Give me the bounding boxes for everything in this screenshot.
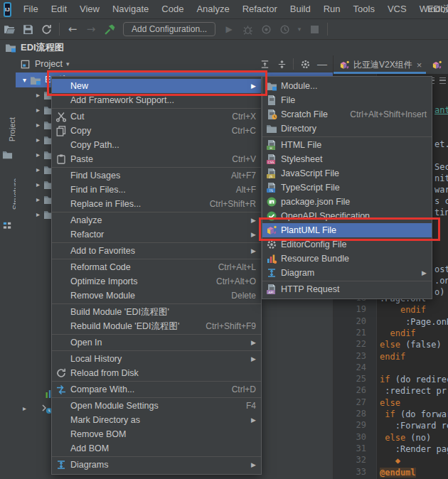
project-stripe-folder-icon[interactable] bbox=[2, 149, 14, 161]
save-all-icon[interactable] bbox=[21, 22, 35, 36]
submenu-item-plantuml-file[interactable]: PlantUML File bbox=[262, 223, 432, 237]
code-line: if (do forwar bbox=[380, 409, 448, 420]
menubar-item-vcs[interactable]: VCS bbox=[381, 0, 413, 18]
submenu-item-package-json-file[interactable]: package.json File bbox=[262, 195, 432, 209]
submenu-item-scratch-file[interactable]: Scratch FileCtrl+Alt+Shift+Insert bbox=[262, 107, 432, 122]
line-number: 26 bbox=[356, 385, 366, 395]
chevron-collapsed-icon[interactable]: ▸ bbox=[33, 121, 43, 129]
chevron-collapsed-icon[interactable]: ▸ bbox=[33, 195, 43, 203]
editor-tab-partial[interactable] bbox=[429, 56, 445, 74]
submenu-item-javascript-file[interactable]: JSJavaScript File bbox=[262, 166, 432, 181]
menubar-item-refactor[interactable]: Refactor bbox=[236, 0, 284, 18]
line-number: 33 bbox=[356, 467, 366, 477]
submenu-item-stylesheet[interactable]: CSSStylesheet bbox=[262, 152, 432, 166]
build-hammer-icon[interactable] bbox=[102, 22, 117, 36]
menu-item-remove-module[interactable]: Remove ModuleDelete bbox=[52, 289, 261, 303]
menu-item-optimize-imports[interactable]: Optimize ImportsCtrl+Alt+O bbox=[52, 274, 261, 289]
tool-button-project[interactable]: Project bbox=[0, 111, 16, 148]
submenu-item-file[interactable]: File bbox=[262, 93, 432, 107]
menubar-item-edit[interactable]: Edit bbox=[45, 0, 73, 18]
menu-item-add-framework-support[interactable]: Add Framework Support... bbox=[52, 93, 261, 107]
gear-icon[interactable] bbox=[299, 58, 311, 70]
html-file-icon: H bbox=[266, 139, 281, 151]
menu-item-reload-from-disk[interactable]: Reload from Disk bbox=[52, 366, 261, 380]
menu-item-build-module-edi[interactable]: Build Module 'EDI流程图' bbox=[52, 305, 261, 319]
editor-hide-icon[interactable] bbox=[439, 77, 446, 84]
open-file-icon[interactable] bbox=[2, 22, 16, 36]
menu-item-open-in[interactable]: Open In▶ bbox=[52, 335, 261, 350]
menubar-item-file[interactable]: File bbox=[17, 0, 45, 18]
tool-button-structure[interactable]: Structure bbox=[0, 171, 16, 217]
menu-item-icon-empty bbox=[55, 262, 70, 273]
code-fragment: o) bbox=[434, 287, 444, 297]
menu-item-remove-bom[interactable]: Remove BOM bbox=[52, 427, 261, 441]
menu-item-analyze[interactable]: Analyze▶ bbox=[52, 213, 261, 227]
submenu-item-editorconfig-file[interactable]: EditorConfig File bbox=[262, 237, 432, 252]
chevron-collapsed-icon[interactable]: ▸ bbox=[19, 404, 30, 412]
submenu-item-openapi-specification[interactable]: OpenAPI Specification bbox=[262, 209, 432, 223]
submenu-item-html-file[interactable]: HHTML File bbox=[262, 138, 432, 152]
menubar-item-analyze[interactable]: Analyze bbox=[190, 0, 235, 18]
menu-item-mark-directory-as[interactable]: Mark Directory as▶ bbox=[52, 413, 261, 427]
chevron-collapsed-icon[interactable]: ▸ bbox=[33, 166, 43, 173]
menubar-item-code[interactable]: Code bbox=[155, 0, 190, 18]
submenu-item-typescript-file[interactable]: TSTypeScript File bbox=[262, 181, 432, 195]
back-arrow-icon[interactable]: ← bbox=[65, 22, 80, 36]
menu-item-icon-empty bbox=[55, 229, 70, 240]
run-configuration-select[interactable]: Add Configuration... bbox=[123, 22, 215, 36]
chevron-collapsed-icon[interactable]: ▸ bbox=[33, 210, 43, 218]
menubar-item-navigate[interactable]: Navigate bbox=[106, 0, 155, 18]
svg-text:API: API bbox=[268, 291, 273, 294]
collapse-all-icon[interactable] bbox=[275, 58, 288, 70]
menu-item-local-history[interactable]: Local History▶ bbox=[52, 352, 261, 366]
submenu-item-resource-bundle[interactable]: Resource Bundle bbox=[262, 252, 432, 266]
menubar-item-build[interactable]: Build bbox=[284, 0, 317, 18]
menu-separator bbox=[262, 136, 432, 137]
menu-item-label: Optimize Imports bbox=[70, 276, 137, 286]
menu-separator bbox=[52, 242, 261, 243]
submenu-item-http-request[interactable]: APIHTTP Request bbox=[262, 282, 432, 296]
menu-item-copy[interactable]: CopyCtrl+C bbox=[52, 124, 261, 138]
menu-item-cut[interactable]: CutCtrl+X bbox=[52, 109, 261, 124]
menubar-item-tools[interactable]: Tools bbox=[347, 0, 381, 18]
menu-item-rebuild-module-edi[interactable]: Rebuild Module 'EDI流程图'Ctrl+Shift+F9 bbox=[52, 319, 261, 333]
chevron-collapsed-icon[interactable]: ▸ bbox=[33, 151, 43, 158]
structure-icon[interactable] bbox=[2, 220, 14, 232]
menubar-item-run[interactable]: Run bbox=[317, 0, 347, 18]
sync-icon[interactable] bbox=[39, 22, 53, 36]
submenu-item-module[interactable]: Module... bbox=[262, 79, 432, 93]
menu-item-compare-with[interactable]: Compare With...Ctrl+D bbox=[52, 382, 261, 397]
chevron-collapsed-icon[interactable]: ▸ bbox=[33, 106, 43, 114]
chevron-collapsed-icon[interactable]: ▸ bbox=[33, 181, 43, 188]
menu-item-shortcut: Delete bbox=[231, 291, 256, 301]
editor-tab-active[interactable]: 比亚迪V2X组件 × bbox=[334, 56, 426, 74]
menu-item-refactor[interactable]: Refactor▶ bbox=[52, 227, 261, 242]
menu-item-diagrams[interactable]: Diagrams▶ bbox=[52, 458, 261, 472]
menu-item-new[interactable]: New▶ bbox=[52, 79, 261, 93]
breadcrumb[interactable]: EDI流程图 bbox=[21, 41, 64, 54]
chevron-collapsed-icon[interactable]: ▸ bbox=[33, 136, 43, 144]
submenu-item-diagram[interactable]: Diagram▶ bbox=[262, 266, 432, 280]
menu-item-label: Find Usages bbox=[70, 171, 120, 181]
select-opened-file-icon[interactable] bbox=[258, 58, 271, 70]
chevron-collapsed-icon[interactable]: ▸ bbox=[33, 91, 43, 99]
menubar-items: FileEditViewNavigateCodeAnalyzeRefactorB… bbox=[17, 0, 448, 18]
project-view-selector[interactable]: Project bbox=[35, 59, 63, 69]
close-icon[interactable]: × bbox=[417, 60, 422, 70]
menu-item-paste[interactable]: PasteCtrl+V bbox=[52, 152, 261, 166]
menu-item-reformat-code[interactable]: Reformat CodeCtrl+Alt+L bbox=[52, 260, 261, 274]
scratch-file-icon bbox=[266, 109, 281, 120]
menubar-item-view[interactable]: View bbox=[73, 0, 106, 18]
chevron-down-icon: ▾ bbox=[66, 60, 70, 68]
menu-item-add-to-favorites[interactable]: Add to Favorites▶ bbox=[52, 244, 261, 258]
menu-item-open-module-settings[interactable]: Open Module SettingsF4 bbox=[52, 399, 261, 413]
chevron-expanded-icon[interactable]: ▾ bbox=[19, 76, 30, 84]
menu-item-find-usages[interactable]: Find UsagesAlt+F7 bbox=[52, 168, 261, 183]
menu-item-icon-empty bbox=[55, 276, 70, 287]
menu-item-copy-path[interactable]: Copy Path... bbox=[52, 138, 261, 152]
submenu-item-directory[interactable]: Directory bbox=[262, 122, 432, 136]
menu-item-add-bom[interactable]: Add BOM bbox=[52, 441, 261, 456]
hide-panel-icon[interactable]: — bbox=[316, 58, 329, 70]
menu-item-replace-in-files[interactable]: Replace in Files...Ctrl+Shift+R bbox=[52, 197, 261, 211]
menu-item-find-in-files[interactable]: Find in Files...Alt+F bbox=[52, 183, 261, 197]
